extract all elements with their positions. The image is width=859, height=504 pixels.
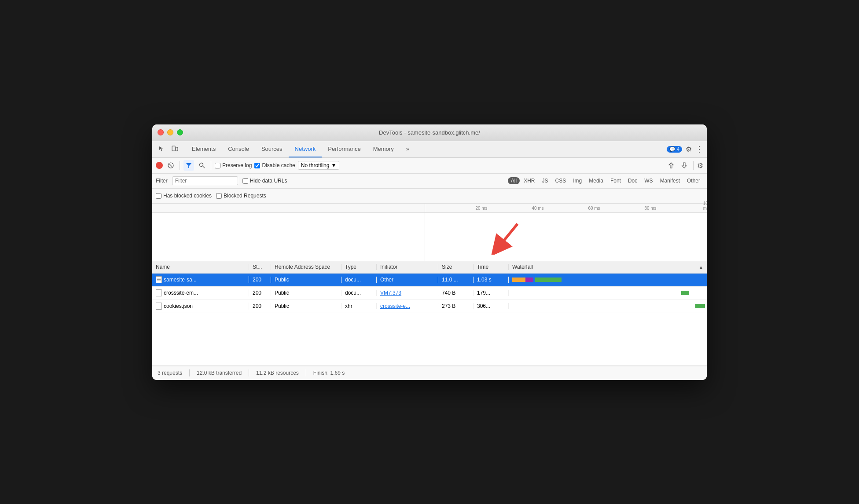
svg-point-5	[200, 163, 203, 167]
col-header-waterfall[interactable]: Waterfall ▲	[509, 264, 707, 270]
blocked-requests-text: Blocked Requests	[224, 193, 266, 199]
tab-elements[interactable]: Elements	[186, 141, 222, 157]
row-1-remote: Public	[271, 277, 341, 283]
devtools-window: DevTools - samesite-sandbox.glitch.me/ E…	[152, 124, 707, 380]
filter-type-js[interactable]: JS	[539, 177, 551, 184]
timeline-left-spacer	[152, 204, 425, 212]
inspect-icon[interactable]	[156, 143, 167, 155]
window-title: DevTools - samesite-sandbox.glitch.me/	[379, 129, 480, 136]
row-3-remote: Public	[271, 303, 341, 309]
timeline-container: 20 ms 40 ms 60 ms 80 ms 100 ms	[152, 204, 707, 261]
svg-rect-0	[172, 146, 175, 151]
tab-performance[interactable]: Performance	[322, 141, 367, 157]
table-row[interactable]: samesite-sa... 200 Public docu... Other …	[152, 274, 707, 287]
hide-data-urls-label[interactable]: Hide data URLs	[242, 178, 287, 184]
filter-type-media[interactable]: Media	[586, 177, 606, 184]
filter-type-manifest[interactable]: Manifest	[657, 177, 683, 184]
record-button[interactable]	[156, 162, 163, 169]
row-1-status: 200	[249, 277, 271, 283]
tick-100ms: 100 ms	[703, 201, 707, 211]
row-3-initiator: crosssite-e...	[377, 303, 438, 309]
svg-marker-4	[186, 163, 191, 168]
disable-cache-checkbox[interactable]	[254, 163, 260, 168]
search-button[interactable]	[197, 160, 207, 171]
timeline-graph-left	[152, 213, 425, 261]
filter-type-doc[interactable]: Doc	[625, 177, 640, 184]
row-2-initiator-link[interactable]: VM7:373	[380, 290, 401, 296]
tab-more[interactable]: »	[400, 141, 415, 157]
col-header-type[interactable]: Type	[341, 264, 377, 270]
console-badge[interactable]: 💬 4	[667, 146, 682, 153]
close-button[interactable]	[158, 129, 164, 135]
filter-button[interactable]	[184, 160, 194, 171]
export-button[interactable]	[679, 160, 690, 171]
status-bar: 3 requests 12.0 kB transferred 11.2 kB r…	[152, 366, 707, 380]
tab-console[interactable]: Console	[222, 141, 255, 157]
filter-type-xhr[interactable]: XHR	[521, 177, 538, 184]
timeline-ticks: 20 ms 40 ms 60 ms 80 ms 100 ms	[425, 204, 707, 212]
status-sep-3	[306, 369, 306, 376]
blocked-requests-checkbox[interactable]	[216, 193, 222, 199]
filter-type-css[interactable]: CSS	[552, 177, 569, 184]
minimize-button[interactable]	[167, 129, 173, 135]
network-toolbar: Preserve log Disable cache No throttling…	[152, 158, 707, 174]
empty-area	[152, 313, 707, 366]
row-3-wf-bar	[695, 304, 705, 308]
row-1-type: docu...	[341, 277, 377, 283]
col-header-name[interactable]: Name	[152, 264, 249, 270]
preserve-log-checkbox[interactable]	[215, 163, 220, 168]
row-1-wf-green	[535, 278, 562, 282]
table-row[interactable]: cookies.json 200 Public xhr crosssite-e.…	[152, 300, 707, 313]
filter-type-other[interactable]: Other	[684, 177, 703, 184]
network-settings-icon[interactable]: ⚙	[697, 161, 703, 170]
has-blocked-cookies-checkbox[interactable]	[156, 193, 162, 199]
filter-label: Filter	[156, 178, 168, 184]
blocked-requests-label[interactable]: Blocked Requests	[216, 193, 266, 199]
file-icon-1	[156, 276, 162, 283]
col-header-size[interactable]: Size	[438, 264, 474, 270]
row-1-name: samesite-sa...	[164, 277, 197, 283]
tab-sources[interactable]: Sources	[255, 141, 289, 157]
badge-icon: 💬	[669, 146, 675, 152]
svg-marker-8	[682, 163, 686, 168]
col-header-remote[interactable]: Remote Address Space	[271, 264, 341, 270]
maximize-button[interactable]	[177, 129, 183, 135]
more-options-icon[interactable]: ⋮	[695, 144, 703, 154]
requests-count: 3 requests	[158, 370, 182, 376]
row-2-time: 179...	[474, 290, 509, 296]
row-3-status: 200	[249, 303, 271, 309]
throttle-select[interactable]: No throttling ▼	[298, 161, 340, 170]
svg-rect-1	[176, 147, 178, 151]
tabs: Elements Console Sources Network Perform…	[186, 141, 667, 157]
filter-type-all[interactable]: All	[508, 177, 520, 184]
hide-data-urls-text: Hide data URLs	[250, 178, 287, 184]
device-icon[interactable]	[169, 143, 180, 155]
tick-40ms: 40 ms	[532, 206, 543, 211]
filter-type-font[interactable]: Font	[607, 177, 624, 184]
resources-size: 11.2 kB resources	[256, 370, 299, 376]
has-blocked-cookies-label[interactable]: Has blocked cookies	[156, 193, 212, 199]
settings-icon[interactable]: ⚙	[686, 145, 692, 153]
hide-data-urls-checkbox[interactable]	[242, 178, 248, 184]
tab-memory[interactable]: Memory	[367, 141, 400, 157]
toolbar-separator-1	[180, 161, 180, 170]
table-row[interactable]: crosssite-em... 200 Public docu... VM7:3…	[152, 287, 707, 300]
timeline-ticks-row: 20 ms 40 ms 60 ms 80 ms 100 ms	[152, 204, 707, 213]
tab-network[interactable]: Network	[289, 141, 322, 157]
clear-button[interactable]	[165, 160, 176, 171]
filter-input[interactable]	[172, 176, 238, 185]
row-3-initiator-link[interactable]: crosssite-e...	[380, 303, 410, 309]
row-1-time: 1.03 s	[474, 277, 509, 283]
col-header-status[interactable]: St...	[249, 264, 271, 270]
filter-type-img[interactable]: Img	[570, 177, 585, 184]
table-header: Name St... Remote Address Space Type Ini…	[152, 261, 707, 274]
row-2-wf-bar	[681, 291, 689, 295]
preserve-log-label[interactable]: Preserve log	[215, 162, 252, 168]
col-header-initiator[interactable]: Initiator	[377, 264, 438, 270]
import-button[interactable]	[666, 160, 676, 171]
filter-type-ws[interactable]: WS	[641, 177, 656, 184]
row-3-name: cookies.json	[164, 303, 193, 309]
col-header-time[interactable]: Time	[474, 264, 509, 270]
sort-arrow-icon: ▲	[699, 265, 703, 270]
disable-cache-label[interactable]: Disable cache	[254, 162, 295, 168]
